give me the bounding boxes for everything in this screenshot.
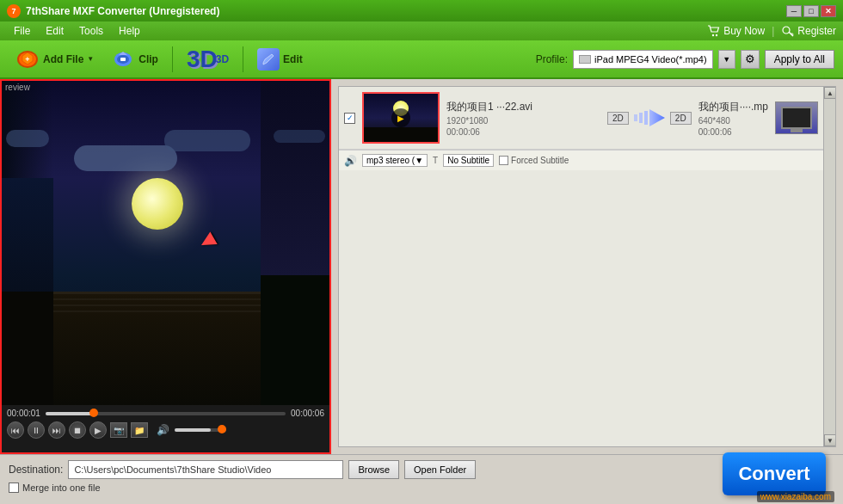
menu-edit[interactable]: Edit <box>39 23 71 39</box>
file-thumbnail: ▶ <box>362 92 440 144</box>
add-file-button[interactable]: + Add File ▼ <box>9 44 101 75</box>
pause-button[interactable]: ⏸ <box>28 421 45 439</box>
table-row: ✓ ▶ 我的项目1 ···22.avi 1920*1080 00:00:06 2… <box>339 87 835 150</box>
output-info: 我的项目····.mp 640*480 00:00:06 <box>698 100 768 137</box>
red-arrow-graphic: ◄ <box>190 223 225 259</box>
profile-settings-button[interactable]: ⚙ <box>741 50 760 69</box>
menu-help[interactable]: Help <box>112 23 147 39</box>
rewind-button[interactable]: ⏮ <box>7 421 24 439</box>
volume-icon[interactable]: 🔊 <box>157 424 169 436</box>
minimize-button[interactable]: ─ <box>786 5 802 17</box>
register-text: Register <box>797 25 836 37</box>
add-file-label: Add File <box>43 53 83 65</box>
play-button[interactable]: ▶ <box>89 421 107 439</box>
edit-label: Edit <box>283 53 303 65</box>
buy-now-link[interactable]: Buy Now <box>707 25 765 37</box>
close-button[interactable]: ✕ <box>821 5 836 17</box>
output-name-text: 我的项目····.mp <box>698 100 768 114</box>
merge-label: Merge into one file <box>22 482 101 493</box>
apply-to-all-button[interactable]: Apply to All <box>765 50 834 69</box>
preview-left-panel <box>2 81 53 405</box>
scroll-track[interactable] <box>824 99 835 434</box>
merge-checkbox[interactable] <box>9 482 19 493</box>
audio-track-select[interactable]: mp3 stereo ( ▼ <box>362 154 428 167</box>
menu-right-area: Buy Now | Register <box>707 25 836 37</box>
convert-button[interactable]: Convert <box>723 452 826 495</box>
3d-button[interactable]: 3D 3D <box>180 44 236 75</box>
profile-dropdown-button[interactable]: ▼ <box>718 50 735 69</box>
volume-track[interactable] <box>175 428 226 432</box>
profile-label: Profile: <box>536 53 568 65</box>
open-folder-button[interactable]: Open Folder <box>404 460 476 479</box>
fast-forward-button[interactable]: ⏭ <box>48 421 65 439</box>
app-icon: 7 <box>7 4 21 18</box>
svg-point-1 <box>716 34 717 36</box>
clip-button[interactable]: Clip <box>104 44 165 75</box>
file-resolution: 1920*1080 <box>446 116 600 126</box>
audio-dropdown-arrow[interactable]: ▼ <box>415 156 423 165</box>
window-controls[interactable]: ─ □ ✕ <box>786 5 836 17</box>
seek-track[interactable] <box>46 412 286 415</box>
screenshot-button[interactable]: 📷 <box>110 422 127 438</box>
destination-row: Destination: C:\Users\pc\Documents\7thSh… <box>9 460 834 479</box>
audio-track-text: mp3 stereo ( <box>366 156 415 165</box>
buy-now-text: Buy Now <box>723 25 765 37</box>
profile-device-icon <box>579 55 591 64</box>
output-resolution: 640*480 <box>698 116 768 126</box>
add-file-icon: + <box>15 47 40 71</box>
window-title: 7thShare MXF Converter (Unregistered) <box>26 5 786 17</box>
preview-right-panel <box>261 81 329 405</box>
preview-center-panel: ◄ <box>53 81 261 405</box>
right-panel: ✓ ▶ 我的项目1 ···22.avi 1920*1080 00:00:06 2… <box>331 79 843 454</box>
file-info: 我的项目1 ···22.avi 1920*1080 00:00:06 <box>446 100 600 137</box>
source-2d-badge: 2D <box>607 112 629 125</box>
bottom-bar: Destination: C:\Users\pc\Documents\7thSh… <box>0 454 843 504</box>
profile-value-text: iPad MPEG4 Video(*.mp4) <box>594 54 707 65</box>
time-total: 00:00:06 <box>291 409 324 418</box>
svg-rect-10 <box>639 113 643 123</box>
clip-icon <box>111 47 135 71</box>
moon-graphic <box>132 178 183 230</box>
svg-text:+: + <box>25 55 29 64</box>
menu-tools[interactable]: Tools <box>72 23 110 39</box>
thumb-play-icon: ▶ <box>391 108 410 127</box>
preview-panel: review <box>0 79 331 454</box>
file-checkbox[interactable]: ✓ <box>344 113 355 124</box>
seek-thumb[interactable] <box>89 409 98 417</box>
profile-area: Profile: iPad MPEG4 Video(*.mp4) ▼ ⚙ App… <box>536 50 834 69</box>
forced-subtitle-label: Forced Subtitle <box>511 156 569 165</box>
subtitle-select[interactable]: No Subtitle <box>443 154 494 167</box>
file-duration: 00:00:06 <box>446 127 600 137</box>
output-duration: 00:00:06 <box>698 127 768 137</box>
audio-icon: 🔊 <box>344 155 357 167</box>
cloud1-graphic <box>74 145 177 171</box>
forced-subtitle-checkbox[interactable] <box>499 156 508 165</box>
edit-button[interactable]: Edit <box>250 45 310 74</box>
audio-row: 🔊 mp3 stereo ( ▼ T No Subtitle Forced Su… <box>339 150 835 170</box>
volume-thumb[interactable] <box>218 425 226 433</box>
volume-fill <box>175 428 211 432</box>
scroll-down-button[interactable]: ▼ <box>824 434 836 446</box>
preview-label: review <box>5 83 30 92</box>
svg-point-0 <box>712 34 714 36</box>
folder-button[interactable]: 📁 <box>131 422 148 438</box>
register-link[interactable]: Register <box>781 25 836 37</box>
svg-rect-11 <box>644 111 648 125</box>
stop-button[interactable]: ⏹ <box>69 421 86 439</box>
convert-button-area: Convert <box>723 452 826 495</box>
cloud2-graphic <box>164 130 250 151</box>
add-file-dropdown[interactable]: ▼ <box>87 55 94 63</box>
cart-icon <box>707 25 721 37</box>
key-icon <box>781 25 795 37</box>
destination-path: C:\Users\pc\Documents\7thShare Studio\Vi… <box>68 460 343 479</box>
scroll-up-button[interactable]: ▲ <box>824 87 836 99</box>
menu-file[interactable]: File <box>7 23 37 39</box>
destination-label: Destination: <box>9 464 63 476</box>
maximize-button[interactable]: □ <box>803 5 819 17</box>
3d-label: 3D <box>187 47 218 71</box>
file-name-text: 我的项目1 ···22.avi <box>446 100 600 114</box>
merge-row: Merge into one file <box>9 482 834 493</box>
title-bar: 7 7thShare MXF Converter (Unregistered) … <box>0 0 843 22</box>
browse-button[interactable]: Browse <box>348 460 399 479</box>
convert-indicator: 2D 2D <box>607 108 692 128</box>
